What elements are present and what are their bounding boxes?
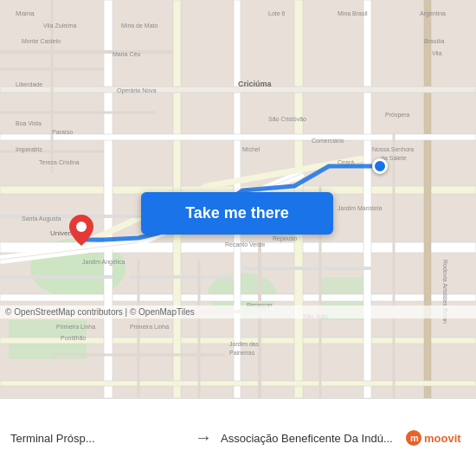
map-container: Maina Vila Zuleima Monte Castelo Mina de… [0,0,476,398]
svg-text:Jardim das: Jardim das [229,341,260,347]
map-attribution: © OpenStreetMap contributors | © OpenMap… [0,306,476,318]
svg-rect-14 [424,0,431,398]
svg-text:m: m [410,433,419,443]
svg-text:Michel: Michel [242,146,261,152]
svg-text:Recanto Verde: Recanto Verde [225,241,265,248]
route-arrow-icon: → [195,428,212,447]
svg-text:Paraíso: Paraíso [52,129,73,135]
svg-rect-16 [0,134,476,140]
svg-text:Monte Castelo: Monte Castelo [22,38,61,44]
moovit-logo-svg: m moovit [405,425,466,451]
svg-rect-17 [0,381,476,386]
svg-text:Jardim Angélica: Jardim Angélica [82,259,125,266]
svg-text:moovit: moovit [424,432,461,445]
svg-text:Próspera: Próspera [385,112,410,119]
svg-text:Mina de Mato: Mina de Mato [121,23,158,29]
svg-text:Mina Brasil: Mina Brasil [338,10,368,16]
svg-text:Vila: Vila [432,50,442,56]
svg-text:Argentina: Argentina [420,10,446,17]
svg-text:Vila Zuleima: Vila Zuleima [43,23,76,29]
svg-text:Pontilhão: Pontilhão [61,335,86,341]
route-from-label: Terminal Prósp... [10,432,95,445]
svg-text:Jardim Maristela: Jardim Maristela [338,205,382,211]
moovit-logo: m moovit [405,425,466,451]
bottom-bar: Terminal Prósp... → Associação Beneficen… [0,398,476,476]
svg-text:Primeira Linha: Primeira Linha [56,324,95,330]
svg-text:São Cristóvão: São Cristóvão [268,116,306,122]
route-from: Terminal Prósp... [10,430,186,446]
destination-marker [372,158,388,174]
svg-text:Lote 6: Lote 6 [268,10,286,16]
svg-text:Comerciário: Comerciário [312,138,344,144]
svg-text:Nossa Senhora: Nossa Senhora [372,146,414,152]
svg-text:Liberdade: Liberdade [16,81,42,87]
svg-text:Maria Céu: Maria Céu [113,51,140,57]
svg-rect-9 [104,0,113,398]
svg-point-80 [76,222,87,232]
origin-marker [69,215,93,249]
svg-text:Boa Vista: Boa Vista [16,120,42,126]
svg-text:Imperatriz: Imperatriz [16,146,43,153]
svg-text:Tereza Cristina: Tereza Cristina [39,159,80,165]
svg-text:Santa Augusta: Santa Augusta [22,215,61,222]
route-to: Associação Beneficente Da Indú... [221,430,396,446]
svg-rect-13 [363,0,371,398]
svg-text:Criciúma: Criciúma [238,80,273,88]
svg-text:Maina: Maina [16,10,35,17]
svg-text:Brasília: Brasília [424,38,444,44]
route-to-label: Associação Beneficente Da Indú... [221,432,393,445]
take-me-there-button[interactable]: Take me there [141,192,333,235]
svg-text:Repouso: Repouso [273,235,297,242]
svg-text:Operária Nova: Operária Nova [117,87,157,94]
svg-text:Primeira Linha: Primeira Linha [130,324,169,330]
svg-text:Ceará: Ceará [338,159,354,165]
svg-text:Paineiras: Paineiras [229,350,255,356]
